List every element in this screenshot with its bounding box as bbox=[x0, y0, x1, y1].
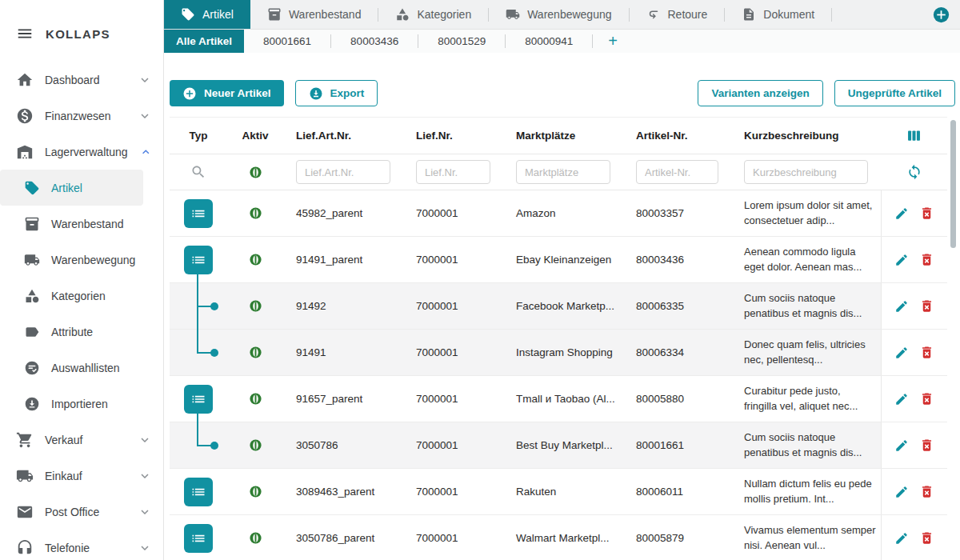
filter-typ-cell bbox=[170, 164, 227, 180]
edit-button[interactable] bbox=[894, 438, 909, 453]
aktiv-status-icon[interactable] bbox=[249, 206, 262, 220]
edit-button[interactable] bbox=[894, 346, 909, 360]
filter-input-lief-nr[interactable] bbox=[416, 160, 490, 184]
download-circle-icon bbox=[24, 396, 40, 412]
row-type-button[interactable] bbox=[184, 478, 213, 506]
row-lief-art-nr: 45982_parent bbox=[283, 207, 403, 219]
sidebar-item-warenbestand[interactable]: Warenbestand bbox=[0, 206, 163, 242]
aktiv-status-icon[interactable] bbox=[249, 531, 262, 545]
row-type-cell bbox=[170, 422, 227, 468]
article-tab-80001529[interactable]: 80001529 bbox=[418, 30, 505, 53]
row-type-button[interactable] bbox=[184, 524, 213, 553]
delete-button[interactable] bbox=[919, 391, 934, 406]
article-tab-80001661[interactable]: 80001661 bbox=[244, 30, 330, 53]
add-article-tab-button[interactable]: + bbox=[593, 30, 633, 53]
edit-button[interactable] bbox=[894, 299, 909, 314]
brand: KOLLAPS bbox=[0, 0, 163, 52]
aktiv-status-icon[interactable] bbox=[249, 346, 262, 359]
sidebar-item-warenbewegung[interactable]: Warenbewegung bbox=[0, 242, 163, 278]
aktiv-status-icon[interactable] bbox=[249, 299, 262, 313]
aktiv-status-icon[interactable] bbox=[249, 253, 262, 266]
sidebar-item-lagerverwaltung[interactable]: Lagerverwaltung bbox=[0, 134, 163, 170]
sidebar-item-importieren[interactable]: Importieren bbox=[0, 386, 163, 422]
row-type-button[interactable] bbox=[184, 246, 213, 274]
edit-button[interactable] bbox=[894, 531, 909, 546]
tab-retoure[interactable]: Retoure bbox=[630, 0, 725, 29]
delete-button[interactable] bbox=[919, 206, 934, 221]
delete-button[interactable] bbox=[919, 298, 934, 314]
column-header-lief-nr: Lief.Nr. bbox=[403, 130, 503, 142]
filter-input-kurzbeschreibung[interactable] bbox=[744, 160, 868, 184]
chevron-down-icon bbox=[138, 469, 152, 483]
article-tab-alle-artikel[interactable]: Alle Artikel bbox=[164, 30, 244, 53]
aktiv-status-icon[interactable] bbox=[249, 392, 262, 406]
article-tab-80003436[interactable]: 80003436 bbox=[331, 30, 418, 53]
column-header-marktpl-tze: Marktplätze bbox=[503, 130, 623, 142]
show-variants-label: Varianten anzeigen bbox=[711, 87, 809, 99]
aktiv-filter-icon[interactable] bbox=[249, 166, 262, 179]
row-artikel-nr: 80001661 bbox=[623, 439, 731, 451]
sidebar-item-artikel[interactable]: Artikel bbox=[0, 170, 143, 206]
sidebar-item-post-office[interactable]: Post Office bbox=[0, 494, 163, 530]
row-type-button[interactable] bbox=[184, 385, 213, 414]
chevron-down-icon bbox=[138, 541, 152, 555]
tab-artikel[interactable]: Artikel bbox=[164, 0, 250, 29]
show-variants-button[interactable]: Varianten anzeigen bbox=[698, 80, 822, 106]
sidebar-item-label: Lagerverwaltung bbox=[45, 146, 128, 158]
row-actions-cell bbox=[881, 330, 947, 375]
delete-button[interactable] bbox=[919, 438, 934, 453]
article-tab-80000941[interactable]: 80000941 bbox=[506, 30, 592, 53]
delete-button[interactable] bbox=[919, 345, 934, 360]
edit-button[interactable] bbox=[894, 485, 909, 499]
table-row: 3050786_parent7000001Walmart Marketpl...… bbox=[170, 515, 947, 560]
tab-warenbestand[interactable]: Warenbestand bbox=[250, 0, 378, 29]
sidebar-item-label: Verkauf bbox=[45, 434, 82, 446]
sidebar: KOLLAPS DashboardFinanzwesenLagerverwalt… bbox=[0, 0, 164, 560]
edit-button[interactable] bbox=[894, 253, 909, 267]
delete-button[interactable] bbox=[919, 530, 934, 546]
row-kurzbeschreibung: Cum sociis natoque penatibus et magnis d… bbox=[731, 430, 881, 459]
add-tab-button[interactable] bbox=[933, 6, 950, 23]
tree-node-dot bbox=[210, 349, 218, 357]
sidebar-item-dashboard[interactable]: Dashboard bbox=[0, 62, 163, 98]
unchecked-articles-label: Ungeprüfte Artikel bbox=[848, 87, 942, 99]
sidebar-item-finanzwesen[interactable]: Finanzwesen bbox=[0, 98, 163, 134]
sidebar-item-label: Artikel bbox=[51, 182, 82, 194]
delete-button[interactable] bbox=[919, 252, 934, 267]
menu-icon[interactable] bbox=[16, 25, 34, 42]
row-artikel-nr: 80006334 bbox=[623, 346, 731, 358]
row-lief-art-nr: 91491_parent bbox=[283, 254, 403, 266]
edit-button[interactable] bbox=[894, 392, 909, 406]
list-icon bbox=[190, 484, 206, 500]
tab-kategorien[interactable]: Kategorien bbox=[378, 0, 488, 29]
filter-input-lief-art-nr[interactable] bbox=[296, 160, 390, 184]
table-row: 30507867000001Best Buy Marketpl...800016… bbox=[170, 422, 947, 469]
unchecked-articles-button[interactable]: Ungeprüfte Artikel bbox=[834, 80, 955, 106]
sidebar-item-attribute[interactable]: Attribute bbox=[0, 314, 163, 350]
sidebar-item-verkauf[interactable]: Verkauf bbox=[0, 422, 163, 458]
sidebar-item-auswahllisten[interactable]: Auswahllisten bbox=[0, 350, 163, 386]
refresh-icon[interactable] bbox=[906, 164, 922, 180]
row-type-button[interactable] bbox=[184, 199, 213, 228]
aktiv-status-icon[interactable] bbox=[249, 485, 262, 498]
delete-button[interactable] bbox=[919, 484, 934, 499]
tab-dokument[interactable]: Dokument bbox=[725, 0, 831, 29]
row-aktiv-cell bbox=[227, 438, 283, 452]
vertical-scrollbar[interactable] bbox=[950, 120, 956, 248]
export-button[interactable]: Export bbox=[295, 80, 378, 106]
new-article-button[interactable]: Neuer Artikel bbox=[170, 80, 284, 106]
truck-icon bbox=[24, 252, 40, 268]
filter-aktiv-cell[interactable] bbox=[227, 166, 283, 179]
filter-input-artikel-nr[interactable] bbox=[636, 160, 718, 184]
column-settings-icon[interactable] bbox=[906, 127, 922, 144]
filter-input-marktpl-tze[interactable] bbox=[516, 160, 610, 184]
sidebar-item-telefonie[interactable]: Telefonie bbox=[0, 530, 163, 560]
column-header-kurzbeschreibung: Kurzbeschreibung bbox=[731, 130, 881, 142]
sidebar-item-einkauf[interactable]: Einkauf bbox=[0, 458, 163, 494]
tab-warenbewegung[interactable]: Warenbewegung bbox=[489, 0, 628, 29]
aktiv-status-icon[interactable] bbox=[249, 438, 262, 452]
tree-line bbox=[197, 422, 198, 446]
edit-button[interactable] bbox=[894, 206, 909, 221]
column-header-lief-art-nr: Lief.Art.Nr. bbox=[283, 130, 403, 142]
sidebar-item-kategorien[interactable]: Kategorien bbox=[0, 278, 163, 314]
